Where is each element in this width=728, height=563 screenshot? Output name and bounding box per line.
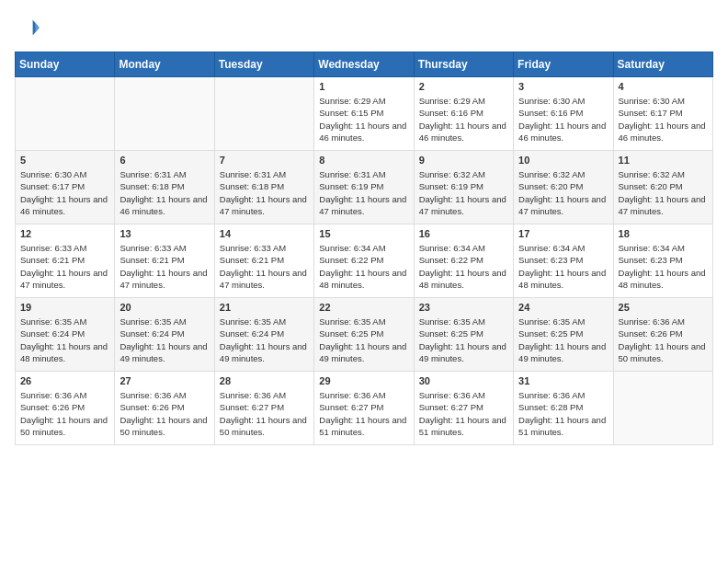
day-number: 16 bbox=[419, 228, 508, 239]
calendar-week-row: 26Sunrise: 6:36 AMSunset: 6:26 PMDayligh… bbox=[16, 372, 713, 445]
day-number: 31 bbox=[518, 375, 608, 386]
day-number: 6 bbox=[119, 155, 209, 166]
calendar-day: 22Sunrise: 6:35 AMSunset: 6:25 PMDayligh… bbox=[314, 298, 414, 372]
calendar-day: 3Sunrise: 6:30 AMSunset: 6:16 PMDaylight… bbox=[514, 77, 613, 151]
calendar-day bbox=[16, 77, 115, 151]
day-header-wednesday: Wednesday bbox=[314, 52, 414, 77]
day-info: Sunrise: 6:32 AMSunset: 6:19 PMDaylight:… bbox=[419, 168, 508, 217]
day-info: Sunrise: 6:31 AMSunset: 6:18 PMDaylight:… bbox=[220, 168, 309, 217]
calendar-day: 29Sunrise: 6:36 AMSunset: 6:27 PMDayligh… bbox=[314, 372, 414, 445]
day-info: Sunrise: 6:30 AMSunset: 6:16 PMDaylight:… bbox=[518, 95, 608, 144]
day-number: 22 bbox=[319, 302, 408, 313]
day-info: Sunrise: 6:36 AMSunset: 6:26 PMDaylight:… bbox=[20, 389, 109, 438]
calendar-header-row: SundayMondayTuesdayWednesdayThursdayFrid… bbox=[16, 52, 713, 77]
day-number: 13 bbox=[119, 228, 209, 239]
svg-marker-1 bbox=[35, 22, 39, 32]
calendar-day: 7Sunrise: 6:31 AMSunset: 6:18 PMDaylight… bbox=[214, 151, 313, 224]
calendar-day: 12Sunrise: 6:33 AMSunset: 6:21 PMDayligh… bbox=[16, 224, 115, 298]
day-info: Sunrise: 6:36 AMSunset: 6:28 PMDaylight:… bbox=[518, 389, 608, 438]
calendar-day: 24Sunrise: 6:35 AMSunset: 6:25 PMDayligh… bbox=[514, 298, 613, 372]
day-info: Sunrise: 6:34 AMSunset: 6:22 PMDaylight:… bbox=[319, 242, 408, 291]
day-info: Sunrise: 6:31 AMSunset: 6:18 PMDaylight:… bbox=[119, 168, 209, 217]
calendar-day: 27Sunrise: 6:36 AMSunset: 6:26 PMDayligh… bbox=[115, 372, 214, 445]
day-info: Sunrise: 6:34 AMSunset: 6:23 PMDaylight:… bbox=[518, 242, 608, 291]
day-info: Sunrise: 6:36 AMSunset: 6:26 PMDaylight:… bbox=[619, 316, 708, 364]
calendar-day: 18Sunrise: 6:34 AMSunset: 6:23 PMDayligh… bbox=[613, 224, 712, 298]
day-number: 24 bbox=[518, 302, 608, 313]
day-info: Sunrise: 6:33 AMSunset: 6:21 PMDaylight:… bbox=[20, 242, 109, 291]
calendar-table: SundayMondayTuesdayWednesdayThursdayFrid… bbox=[15, 52, 713, 445]
calendar-day: 6Sunrise: 6:31 AMSunset: 6:18 PMDaylight… bbox=[115, 151, 214, 224]
day-info: Sunrise: 6:35 AMSunset: 6:24 PMDaylight:… bbox=[220, 316, 309, 364]
calendar-day bbox=[115, 77, 214, 151]
calendar-day: 25Sunrise: 6:36 AMSunset: 6:26 PMDayligh… bbox=[613, 298, 712, 372]
calendar-day: 4Sunrise: 6:30 AMSunset: 6:17 PMDaylight… bbox=[613, 77, 712, 151]
calendar-day: 5Sunrise: 6:30 AMSunset: 6:17 PMDaylight… bbox=[16, 151, 115, 224]
day-number: 28 bbox=[220, 375, 309, 386]
calendar-day: 11Sunrise: 6:32 AMSunset: 6:20 PMDayligh… bbox=[613, 151, 712, 224]
day-number: 27 bbox=[119, 375, 209, 386]
day-info: Sunrise: 6:34 AMSunset: 6:23 PMDaylight:… bbox=[619, 242, 708, 291]
logo-icon bbox=[15, 15, 40, 40]
day-header-tuesday: Tuesday bbox=[214, 52, 313, 77]
day-info: Sunrise: 6:35 AMSunset: 6:25 PMDaylight:… bbox=[518, 316, 608, 364]
day-number: 8 bbox=[319, 155, 408, 166]
day-info: Sunrise: 6:31 AMSunset: 6:19 PMDaylight:… bbox=[319, 168, 408, 217]
calendar-day: 10Sunrise: 6:32 AMSunset: 6:20 PMDayligh… bbox=[514, 151, 613, 224]
day-number: 11 bbox=[619, 155, 708, 166]
day-number: 4 bbox=[619, 81, 708, 92]
calendar-day: 23Sunrise: 6:35 AMSunset: 6:25 PMDayligh… bbox=[414, 298, 513, 372]
calendar-week-row: 1Sunrise: 6:29 AMSunset: 6:15 PMDaylight… bbox=[16, 77, 713, 151]
day-number: 15 bbox=[319, 228, 408, 239]
day-number: 3 bbox=[518, 81, 608, 92]
day-number: 14 bbox=[220, 228, 309, 239]
day-info: Sunrise: 6:35 AMSunset: 6:24 PMDaylight:… bbox=[119, 316, 209, 364]
calendar-day: 16Sunrise: 6:34 AMSunset: 6:22 PMDayligh… bbox=[414, 224, 513, 298]
calendar-day: 1Sunrise: 6:29 AMSunset: 6:15 PMDaylight… bbox=[314, 77, 414, 151]
calendar-week-row: 19Sunrise: 6:35 AMSunset: 6:24 PMDayligh… bbox=[16, 298, 713, 372]
day-number: 25 bbox=[619, 302, 708, 313]
day-number: 12 bbox=[20, 228, 109, 239]
calendar-day: 2Sunrise: 6:29 AMSunset: 6:16 PMDaylight… bbox=[414, 77, 513, 151]
day-number: 2 bbox=[419, 81, 508, 92]
calendar-day: 31Sunrise: 6:36 AMSunset: 6:28 PMDayligh… bbox=[514, 372, 613, 445]
day-info: Sunrise: 6:29 AMSunset: 6:16 PMDaylight:… bbox=[419, 95, 508, 144]
day-info: Sunrise: 6:35 AMSunset: 6:25 PMDaylight:… bbox=[419, 316, 508, 364]
day-number: 17 bbox=[518, 228, 608, 239]
calendar-day: 14Sunrise: 6:33 AMSunset: 6:21 PMDayligh… bbox=[214, 224, 313, 298]
day-header-thursday: Thursday bbox=[414, 52, 513, 77]
day-number: 26 bbox=[20, 375, 109, 386]
day-info: Sunrise: 6:33 AMSunset: 6:21 PMDaylight:… bbox=[119, 242, 209, 291]
calendar-day: 13Sunrise: 6:33 AMSunset: 6:21 PMDayligh… bbox=[115, 224, 214, 298]
calendar-day: 21Sunrise: 6:35 AMSunset: 6:24 PMDayligh… bbox=[214, 298, 313, 372]
calendar-week-row: 5Sunrise: 6:30 AMSunset: 6:17 PMDaylight… bbox=[16, 151, 713, 224]
day-number: 5 bbox=[20, 155, 109, 166]
calendar-day bbox=[613, 372, 712, 445]
day-number: 19 bbox=[20, 302, 109, 313]
calendar-day: 20Sunrise: 6:35 AMSunset: 6:24 PMDayligh… bbox=[115, 298, 214, 372]
day-number: 23 bbox=[419, 302, 508, 313]
calendar-day: 19Sunrise: 6:35 AMSunset: 6:24 PMDayligh… bbox=[16, 298, 115, 372]
day-info: Sunrise: 6:35 AMSunset: 6:25 PMDaylight:… bbox=[319, 316, 408, 364]
day-info: Sunrise: 6:29 AMSunset: 6:15 PMDaylight:… bbox=[319, 95, 408, 144]
page-header bbox=[15, 15, 713, 40]
day-info: Sunrise: 6:35 AMSunset: 6:24 PMDaylight:… bbox=[20, 316, 109, 364]
day-header-friday: Friday bbox=[514, 52, 613, 77]
day-info: Sunrise: 6:36 AMSunset: 6:27 PMDaylight:… bbox=[419, 389, 508, 438]
day-header-sunday: Sunday bbox=[16, 52, 115, 77]
calendar-day: 8Sunrise: 6:31 AMSunset: 6:19 PMDaylight… bbox=[314, 151, 414, 224]
day-info: Sunrise: 6:32 AMSunset: 6:20 PMDaylight:… bbox=[518, 168, 608, 217]
day-info: Sunrise: 6:36 AMSunset: 6:27 PMDaylight:… bbox=[220, 389, 309, 438]
day-number: 1 bbox=[319, 81, 408, 92]
day-header-monday: Monday bbox=[115, 52, 214, 77]
day-info: Sunrise: 6:33 AMSunset: 6:21 PMDaylight:… bbox=[220, 242, 309, 291]
day-info: Sunrise: 6:36 AMSunset: 6:27 PMDaylight:… bbox=[319, 389, 408, 438]
day-number: 21 bbox=[220, 302, 309, 313]
day-info: Sunrise: 6:32 AMSunset: 6:20 PMDaylight:… bbox=[619, 168, 708, 217]
calendar-day: 26Sunrise: 6:36 AMSunset: 6:26 PMDayligh… bbox=[16, 372, 115, 445]
day-number: 20 bbox=[119, 302, 209, 313]
day-number: 9 bbox=[419, 155, 508, 166]
day-number: 7 bbox=[220, 155, 309, 166]
day-number: 30 bbox=[419, 375, 508, 386]
calendar-day: 17Sunrise: 6:34 AMSunset: 6:23 PMDayligh… bbox=[514, 224, 613, 298]
